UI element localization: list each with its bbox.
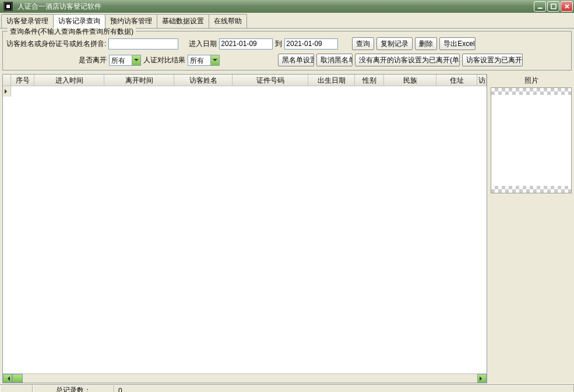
close-button[interactable] [561, 1, 573, 12]
grid-body[interactable] [3, 86, 487, 373]
column-header[interactable]: 住址 [436, 75, 477, 86]
total-records-label: 总记录数： [33, 385, 114, 392]
export-excel-button[interactable]: 导出Excel [439, 37, 476, 50]
tab-visitor-login[interactable]: 访客登录管理 [1, 14, 54, 28]
tab-help[interactable]: 在线帮助 [209, 14, 247, 28]
leave-label: 是否离开 [79, 55, 107, 65]
copy-record-button[interactable]: 复制记录 [376, 37, 413, 50]
column-header[interactable]: 性别 [355, 75, 384, 86]
svg-rect-1 [6, 5, 10, 8]
blacklist-set-button[interactable]: 黑名单设置 [278, 54, 314, 66]
date-to-input[interactable] [284, 38, 338, 50]
tab-visitor-records[interactable]: 访客记录查询 [53, 14, 105, 29]
column-header[interactable]: 访客姓名 [174, 75, 233, 86]
set-left-single-button[interactable]: 没有离开的访客设置为已离开(单个) [355, 54, 460, 66]
svg-rect-2 [538, 8, 543, 9]
leave-combo[interactable]: 所有 [109, 55, 141, 66]
column-header[interactable]: 离开时间 [104, 75, 174, 86]
title-bar: 人证合一酒店访客登记软件 [0, 0, 574, 13]
column-header[interactable]: 进入时间 [34, 75, 104, 86]
records-grid: 序号进入时间离开时间访客姓名证件号码出生日期性别民族住址访 [2, 74, 487, 383]
leave-combo-value: 所有 [110, 55, 132, 65]
compare-combo[interactable]: 所有 [188, 55, 220, 66]
total-records-value: 0 [114, 385, 574, 392]
date-to-label: 到 [275, 39, 282, 49]
current-row-marker [3, 86, 11, 97]
checker-top [491, 88, 571, 95]
query-conditions-fieldset: 查询条件(不输入查询条件查询所有数据) 访客姓名或身份证号或姓名拼音: 进入日期… [2, 31, 572, 70]
tab-appointment[interactable]: 预约访客管理 [105, 14, 157, 28]
name-label: 访客姓名或身份证号或姓名拼音: [6, 39, 106, 49]
date-from-input[interactable] [219, 38, 273, 50]
enter-date-label: 进入日期 [189, 39, 217, 49]
column-header[interactable]: 民族 [384, 75, 436, 86]
grid-header: 序号进入时间离开时间访客姓名证件号码出生日期性别民族住址访 [3, 75, 487, 86]
photo-label: 照片 [491, 74, 572, 87]
column-header[interactable]: 序号 [11, 75, 34, 86]
window-title: 人证合一酒店访客登记软件 [15, 2, 534, 12]
maximize-button[interactable] [547, 1, 559, 12]
photo-box [491, 87, 572, 193]
minimize-button[interactable] [534, 1, 546, 12]
blacklist-cancel-button[interactable]: 取消黑名单 [316, 54, 353, 66]
compare-combo-value: 所有 [188, 55, 210, 65]
column-header[interactable]: 访 [477, 75, 487, 86]
svg-rect-3 [551, 4, 556, 9]
tab-bar: 访客登录管理 访客记录查询 预约访客管理 基础数据设置 在线帮助 [0, 13, 574, 29]
set-left-batch-button[interactable]: 访客设置为已离开(批量) [462, 54, 523, 66]
compare-label: 人证对比结果 [143, 55, 185, 65]
scroll-right-button[interactable] [477, 374, 487, 383]
grid-gutter [3, 75, 11, 86]
app-icon [3, 2, 13, 11]
scroll-left-button[interactable] [3, 374, 12, 383]
scroll-thumb[interactable] [12, 374, 23, 383]
status-cell-blank [0, 385, 33, 392]
delete-button[interactable]: 删除 [415, 37, 437, 50]
horizontal-scrollbar[interactable] [3, 373, 487, 383]
photo-panel: 照片 [491, 74, 572, 383]
status-bar: 总记录数： 0 [0, 384, 574, 392]
tab-base-data[interactable]: 基础数据设置 [157, 14, 209, 28]
chevron-down-icon[interactable] [132, 55, 140, 65]
scroll-track[interactable] [12, 374, 477, 383]
column-header[interactable]: 证件号码 [233, 75, 308, 86]
column-header[interactable]: 出生日期 [308, 75, 355, 86]
search-button[interactable]: 查询 [352, 37, 374, 50]
checker-bottom [491, 186, 571, 193]
name-input[interactable] [108, 38, 178, 50]
chevron-down-icon[interactable] [210, 55, 219, 65]
